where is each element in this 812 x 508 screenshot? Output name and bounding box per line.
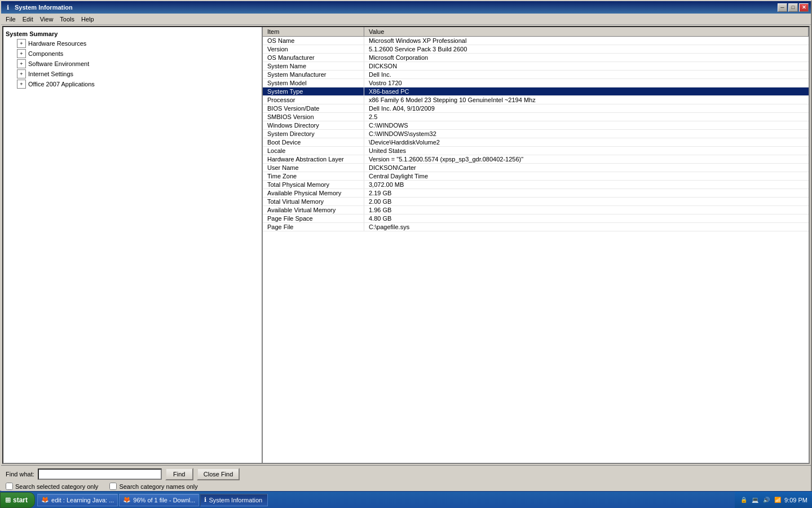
- search-selected-category-label: Search selected category only: [6, 483, 98, 490]
- tree-item-office-applications[interactable]: + Office 2007 Applications: [3, 79, 262, 89]
- menu-help[interactable]: Help: [78, 15, 98, 24]
- table-row[interactable]: Boot Device\Device\HarddiskVolume2: [263, 138, 809, 147]
- header-value: Value: [364, 27, 809, 36]
- find-row1: Find what: Find Close Find: [6, 468, 806, 480]
- tree-item-software-environment[interactable]: + Software Environment: [3, 59, 262, 69]
- table-row[interactable]: OS NameMicrosoft Windows XP Professional: [263, 37, 809, 45]
- table-cell-value-16: Central Daylight Time: [364, 172, 809, 180]
- table-cell-item-9: SMBIOS Version: [263, 113, 364, 121]
- table-row[interactable]: BIOS Version/DateDell Inc. A04, 9/10/200…: [263, 104, 809, 113]
- table-row[interactable]: System NameDICKSON: [263, 62, 809, 71]
- table-cell-value-15: DICKSON\Carter: [364, 164, 809, 172]
- table-row[interactable]: Total Physical Memory3,072.00 MB: [263, 181, 809, 189]
- table-row[interactable]: Version5.1.2600 Service Pack 3 Build 260…: [263, 45, 809, 54]
- table-row[interactable]: Windows DirectoryC:\WINDOWS: [263, 121, 809, 130]
- tree-root-system-summary[interactable]: System Summary: [3, 29, 262, 38]
- table-row[interactable]: Available Virtual Memory1.96 GB: [263, 206, 809, 214]
- find-label: Find what:: [6, 471, 34, 478]
- expand-office-applications[interactable]: +: [17, 80, 26, 89]
- table-row[interactable]: System ModelVostro 1720: [263, 79, 809, 87]
- table-row[interactable]: Page FileC:\pagefile.sys: [263, 223, 809, 231]
- content-area: System Summary + Hardware Resources + Co…: [2, 26, 810, 464]
- tree-panel: System Summary + Hardware Resources + Co…: [3, 27, 263, 463]
- app-icon: ℹ: [3, 3, 12, 12]
- tree-item-internet-settings[interactable]: + Internet Settings: [3, 69, 262, 79]
- taskbar-item-1[interactable]: 🦊 96% of 1 file - Downl...: [119, 494, 199, 506]
- close-button[interactable]: ✕: [799, 3, 809, 12]
- search-category-names-text: Search category names only: [119, 483, 197, 490]
- table-row[interactable]: Total Virtual Memory2.00 GB: [263, 198, 809, 206]
- menu-edit[interactable]: Edit: [19, 15, 37, 24]
- tray-icon-1: 💻: [751, 496, 760, 505]
- table-cell-item-5: System Model: [263, 79, 364, 87]
- table-row[interactable]: Page File Space4.80 GB: [263, 214, 809, 223]
- taskbar-items: 🦊 edit : Learning Java: ... 🦊 96% of 1 f…: [35, 494, 735, 506]
- table-cell-item-11: System Directory: [263, 130, 364, 138]
- tree-label-hardware-resources: Hardware Resources: [28, 40, 86, 47]
- table-cell-item-15: User Name: [263, 164, 364, 172]
- table-cell-item-4: System Manufacturer: [263, 71, 364, 78]
- table-cell-item-14: Hardware Abstraction Layer: [263, 155, 364, 163]
- expand-software-environment[interactable]: +: [17, 59, 26, 68]
- restore-button[interactable]: □: [788, 3, 798, 12]
- table-row[interactable]: Available Physical Memory2.19 GB: [263, 189, 809, 198]
- table-row[interactable]: System ManufacturerDell Inc.: [263, 71, 809, 79]
- table-row[interactable]: Time ZoneCentral Daylight Time: [263, 172, 809, 181]
- tree-label-components: Components: [28, 50, 63, 57]
- table-row[interactable]: User NameDICKSON\Carter: [263, 164, 809, 172]
- table-cell-value-6: X86-based PC: [364, 87, 809, 95]
- taskbar-item-0[interactable]: 🦊 edit : Learning Java: ...: [37, 494, 118, 506]
- expand-internet-settings[interactable]: +: [17, 69, 26, 78]
- table-cell-item-0: OS Name: [263, 37, 364, 45]
- close-find-button[interactable]: Close Find: [197, 468, 240, 480]
- taskbar-item-label-0: edit : Learning Java: ...: [51, 497, 114, 503]
- tree-label-software-environment: Software Environment: [28, 60, 89, 67]
- find-button[interactable]: Find: [165, 468, 193, 480]
- table-cell-item-3: System Name: [263, 62, 364, 70]
- taskbar-item-icon-2: ℹ: [204, 496, 206, 503]
- application-window: ℹ System Information ─ □ ✕ File Edit Vie…: [0, 0, 812, 491]
- menu-file[interactable]: File: [2, 15, 19, 24]
- table-cell-value-10: C:\WINDOWS: [364, 121, 809, 129]
- table-cell-value-9: 2.5: [364, 113, 809, 121]
- table-cell-value-5: Vostro 1720: [364, 79, 809, 87]
- table-row[interactable]: OS ManufacturerMicrosoft Corporation: [263, 54, 809, 62]
- header-item: Item: [263, 27, 364, 36]
- details-panel: Item Value OS NameMicrosoft Windows XP P…: [263, 27, 809, 463]
- start-button[interactable]: ⊞ start: [0, 492, 35, 508]
- tree-item-components[interactable]: + Components: [3, 49, 262, 59]
- menu-tools[interactable]: Tools: [56, 15, 78, 24]
- find-input[interactable]: [38, 468, 162, 480]
- table-cell-value-21: 4.80 GB: [364, 214, 809, 222]
- expand-hardware-resources[interactable]: +: [17, 39, 26, 48]
- search-category-names-checkbox[interactable]: [109, 483, 117, 490]
- tray-icon-3: 📶: [773, 496, 782, 505]
- window-body: System Summary + Hardware Resources + Co…: [1, 25, 811, 492]
- table-row[interactable]: Processorx86 Family 6 Model 23 Stepping …: [263, 96, 809, 104]
- table-row[interactable]: System DirectoryC:\WINDOWS\system32: [263, 130, 809, 138]
- table-cell-value-4: Dell Inc.: [364, 71, 809, 78]
- tree-root-label: System Summary: [6, 30, 58, 37]
- minimize-button[interactable]: ─: [778, 3, 787, 12]
- search-selected-category-checkbox[interactable]: [6, 483, 13, 490]
- table-cell-value-19: 2.00 GB: [364, 198, 809, 205]
- tree-label-internet-settings: Internet Settings: [28, 71, 73, 77]
- table-row[interactable]: SMBIOS Version2.5: [263, 113, 809, 121]
- find-row2: Search selected category only Search cat…: [6, 483, 806, 490]
- expand-components[interactable]: +: [17, 49, 26, 58]
- table-cell-value-22: C:\pagefile.sys: [364, 223, 809, 231]
- table-row[interactable]: LocaleUnited States: [263, 147, 809, 155]
- menu-bar: File Edit View Tools Help: [1, 14, 811, 25]
- tray-icon-2: 🔊: [762, 496, 771, 505]
- tree-item-hardware-resources[interactable]: + Hardware Resources: [3, 38, 262, 49]
- table-cell-item-6: System Type: [263, 87, 364, 95]
- start-label: start: [13, 496, 28, 504]
- table-cell-item-13: Locale: [263, 147, 364, 155]
- table-row[interactable]: System TypeX86-based PC: [263, 87, 809, 96]
- taskbar-item-2[interactable]: ℹ System Information: [200, 494, 268, 506]
- menu-view[interactable]: View: [37, 15, 57, 24]
- table-cell-item-19: Total Virtual Memory: [263, 198, 364, 205]
- table-cell-value-1: 5.1.2600 Service Pack 3 Build 2600: [364, 45, 809, 53]
- table-cell-item-16: Time Zone: [263, 172, 364, 180]
- table-row[interactable]: Hardware Abstraction LayerVersion = "5.1…: [263, 155, 809, 164]
